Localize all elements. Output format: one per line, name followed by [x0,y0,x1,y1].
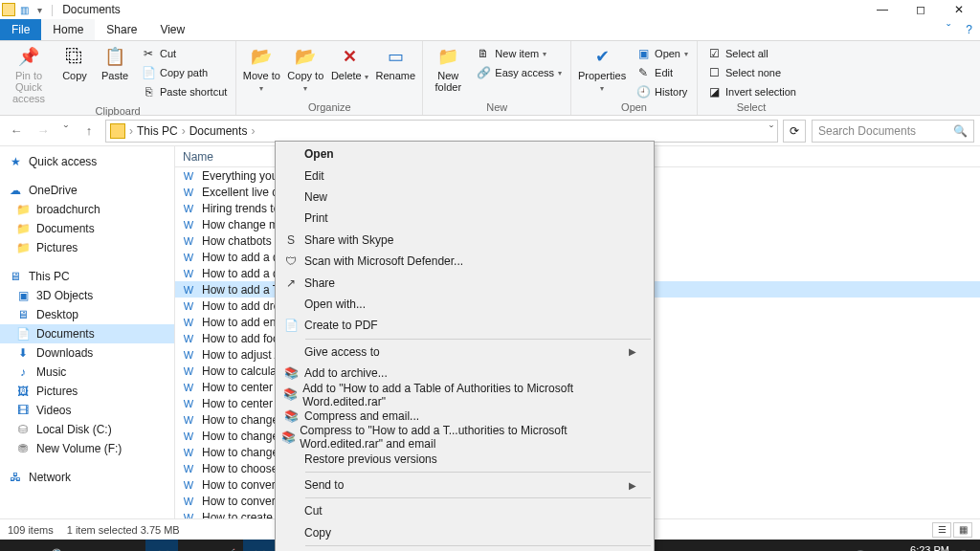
paste-button[interactable]: 📋 Paste [98,43,132,81]
menu-item-addrar[interactable]: 📚Add to "How to add a Table of Authoriti… [278,384,652,405]
folder-icon [2,3,15,16]
tab-home[interactable]: Home [41,19,95,40]
start-button[interactable]: ⊞ [4,540,40,551]
address-dropdown-icon[interactable]: ˇ [769,124,773,138]
group-organize-label: Organize [242,100,416,115]
paste-shortcut-button[interactable]: ⎘Paste shortcut [138,83,230,100]
easy-access-button[interactable]: 🔗Easy access ▾ [473,64,565,81]
nav-item[interactable]: 🖼Pictures [0,382,174,401]
word-doc-icon: W [181,218,196,231]
task-view-button[interactable]: ⧉ [77,540,113,551]
menu-item-new[interactable]: New [278,187,652,208]
word-doc-icon: W [181,413,196,427]
new-item-button[interactable]: 🗎New item ▾ [473,45,565,62]
nav-item[interactable]: ⛁Local Disk (C:) [0,420,174,439]
menu-item-compressto[interactable]: 📚Compress to "How to add a T...uthoritie… [278,427,652,448]
nav-item[interactable]: 📄Documents [0,324,174,343]
menu-item-print[interactable]: Print [278,208,652,229]
nav-item[interactable]: 📁broadchurch [0,200,174,219]
nav-item[interactable]: 🖧Network [0,468,174,487]
refresh-button[interactable]: ⟳ [783,120,806,143]
menu-item-share[interactable]: ↗Share [278,272,652,293]
taskbar-app[interactable]: 📁 [145,540,178,551]
copy-button[interactable]: ⿻ Copy [57,43,92,81]
status-item-count: 109 items [8,524,54,536]
nav-item[interactable]: 🖥This PC [0,267,174,286]
history-icon: 🕘 [635,84,651,99]
nav-item[interactable]: ★Quick access [0,152,174,171]
minimize-button[interactable]: — [863,0,902,19]
word-doc-icon: W [181,430,196,443]
select-none-button[interactable]: ☐Select none [703,64,799,81]
nav-item[interactable]: ▣3D Objects [0,286,174,305]
nav-item[interactable]: 🎞Videos [0,401,174,420]
menu-item-skype[interactable]: SShare with Skype [278,230,652,251]
easy-access-icon: 🔗 [476,65,491,80]
group-open-label: Open [577,100,691,115]
close-button[interactable]: ✕ [940,0,978,19]
tab-view[interactable]: View [148,19,196,40]
nav-icon: ⬇ [15,345,31,361]
menu-item-open[interactable]: Open [278,143,652,165]
new-folder-icon: 📁 [434,45,461,68]
back-button[interactable]: ← [6,121,27,142]
rename-button[interactable]: ▭ Rename [374,43,416,81]
move-to-button[interactable]: 📂 Move to ▾ [242,43,280,94]
ribbon-expand-icon[interactable]: ˇ [939,19,958,40]
menu-item-cut[interactable]: Cut [278,500,652,521]
breadcrumb-segment[interactable]: This PC [137,124,178,138]
breadcrumb[interactable]: › This PC › Documents › ˇ [105,120,778,143]
taskbar-app[interactable]: 🛒 [211,540,243,551]
nav-icon: 📄 [15,326,31,342]
properties-button[interactable]: ✔ Properties ▾ [577,43,627,94]
taskbar-app[interactable]: e [178,540,211,551]
taskbar-app[interactable]: ▭ [113,540,145,551]
thumbnails-view-button[interactable]: ▦ [953,522,972,538]
clock[interactable]: 6:23 PM 8/19/2021 [902,544,949,551]
delete-button[interactable]: ✕ Delete ▾ [330,43,368,82]
chevron-right-icon: ▶ [629,346,636,357]
pin-to-quick-access-button[interactable]: 📌 Pin to Quick access [6,43,52,104]
menu-item-edit[interactable]: Edit [278,165,652,186]
details-view-button[interactable]: ☰ [932,522,951,538]
copy-path-button[interactable]: 📄Copy path [138,64,230,81]
open-button[interactable]: ▣Open ▾ [633,45,691,62]
cut-button[interactable]: ✂Cut [138,45,230,62]
menu-item-defender[interactable]: 🛡Scan with Microsoft Defender... [278,251,652,272]
menu-item-openwith[interactable]: Open with... [278,294,652,315]
nav-item[interactable]: ♪Music [0,363,174,382]
qat-dropdown-icon[interactable]: ▾ [33,3,46,16]
edit-button[interactable]: ✎Edit [633,64,691,81]
forward-button[interactable]: → [33,121,54,142]
nav-item[interactable]: 📁Documents [0,219,174,238]
nav-item[interactable]: 🖥Desktop [0,305,174,324]
recent-locations-button[interactable]: ˇ [59,121,73,142]
help-icon[interactable]: ? [958,19,980,40]
copy-to-button[interactable]: 📂 Copy to ▾ [286,43,324,94]
menu-item-giveaccess[interactable]: Give access to▶ [278,342,652,363]
nav-item[interactable]: 📁Pictures [0,238,174,257]
tab-share[interactable]: Share [95,19,148,40]
select-all-button[interactable]: ☑Select all [703,45,799,62]
menu-item-sendto[interactable]: Send to▶ [278,474,652,496]
search-input[interactable]: Search Documents 🔍 [812,120,974,143]
nav-item[interactable]: ☁OneDrive [0,181,174,200]
nav-item[interactable]: ⛃New Volume (F:) [0,439,174,458]
pin-icon: 📌 [15,45,42,68]
invert-selection-button[interactable]: ◪Invert selection [703,83,799,100]
taskbar-app[interactable]: 📂 [243,540,276,551]
tab-file[interactable]: File [0,19,41,40]
menu-item-createpdf[interactable]: 📄Create to PDF [278,315,652,336]
up-button[interactable]: ↑ [78,121,100,142]
menu-item-restore[interactable]: Restore previous versions [278,448,652,469]
word-doc-icon: W [181,495,196,508]
new-folder-button[interactable]: 📁 New folder [429,43,467,93]
nav-item[interactable]: ⬇Downloads [0,343,174,363]
history-button[interactable]: 🕘History [633,83,691,100]
maximize-button[interactable]: ◻ [902,0,940,19]
search-button[interactable]: 🔍 [40,540,77,551]
title-bar: ▥ ▾ | Documents — ◻ ✕ [0,0,980,19]
breadcrumb-segment[interactable]: Documents [189,124,248,138]
qat-icon[interactable]: ▥ [17,3,31,16]
menu-item-copy[interactable]: Copy [278,522,652,543]
